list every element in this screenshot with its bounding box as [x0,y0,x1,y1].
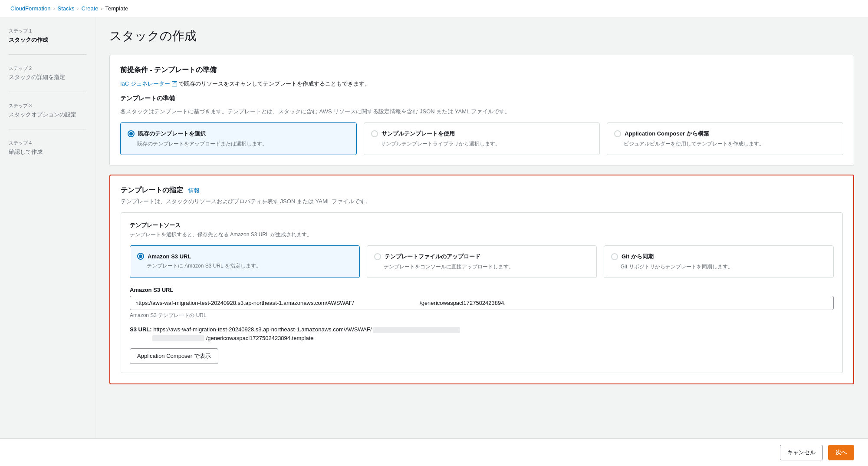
sidebar: ステップ 1 スタックの作成 ステップ 2 スタックの詳細を指定 ステップ 3 … [0,17,95,438]
external-link-icon [172,81,177,86]
option-sample-header: サンプルテンプレートを使用 [371,130,593,138]
option-git[interactable]: Git から同期 Git リポジトリからテンプレートを同期します。 [604,245,834,278]
source-type-options: Amazon S3 URL テンプレートに Amazon S3 URL を指定し… [130,245,834,278]
template-source-container: テンプレートソース テンプレートを選択すると、保存先となる Amazon S3 … [121,212,843,373]
footer: キャンセル 次へ [0,438,868,466]
cancel-button[interactable]: キャンセル [780,445,823,460]
radio-sample-circle [371,130,378,137]
s3-url-display: S3 URL: https://aws-waf-migration-test-2… [130,326,834,341]
template-source-desc: テンプレートを選択すると、保存先となる Amazon S3 URL が生成されま… [130,231,834,238]
option-composer-template[interactable]: Application Composer から構築 ビジュアルビルダーを使用して… [607,122,843,155]
breadcrumb: CloudFormation › Stacks › Create › Templ… [0,0,868,17]
template-prep-desc: 各スタックはテンプレートに基づきます。テンプレートとは、スタックに含む AWS … [120,108,843,116]
sidebar-step-4[interactable]: ステップ 4 確認して作成 [9,140,86,166]
template-source-label: テンプレートソース [130,221,834,229]
option-s3-label: Amazon S3 URL [148,253,191,260]
option-s3-header: Amazon S3 URL [137,253,352,260]
page-title: スタックの作成 [109,28,854,44]
sidebar-step-3[interactable]: ステップ 3 スタックオプションの設定 [9,102,86,129]
iac-suffix: で既存のリソースをスキャンしてテンプレートを作成することもできます。 [178,80,370,87]
main-container: ステップ 1 スタックの作成 ステップ 2 スタックの詳細を指定 ステップ 3 … [0,17,868,438]
option-sample-template[interactable]: サンプルテンプレートを使用 サンプルテンプレートライブラリから選択します。 [364,122,600,155]
breadcrumb-stacks[interactable]: Stacks [58,5,75,12]
composer-button-container: Application Composer で表示 [130,348,834,364]
option-composer-desc: ビジュアルビルダーを使用してテンプレートを作成します。 [614,140,836,148]
s3-url-part1: https://aws-waf-migration-test-20240928.… [153,326,372,333]
sidebar-step-2-label: ステップ 2 [9,65,86,72]
template-spec-desc: テンプレートは、スタックのリソースおよびプロパティを表す JSON または YA… [121,198,843,205]
sidebar-step-2[interactable]: ステップ 2 スタックの詳細を指定 [9,65,86,92]
option-s3-desc: テンプレートに Amazon S3 URL を指定します。 [137,262,352,270]
s3-url-part2: /genericowaspacl1727502423894.template [206,335,314,341]
option-existing-header: 既存のテンプレートを選択 [128,130,349,138]
s3-url-blurred [373,327,460,333]
sidebar-step-3-title: スタックオプションの設定 [9,111,86,119]
option-upload-label: テンプレートファイルのアップロード [385,253,480,261]
option-git-header: Git から同期 [611,253,826,261]
option-existing-label: 既存のテンプレートを選択 [138,130,206,138]
radio-composer-circle [614,130,621,137]
option-upload-header: テンプレートファイルのアップロード [374,253,589,261]
option-sample-label: サンプルテンプレートを使用 [381,130,455,138]
option-upload-desc: テンプレートをコンソールに直接アップロードします。 [374,263,589,271]
breadcrumb-sep-3: › [101,6,103,12]
sidebar-step-4-label: ステップ 4 [9,140,86,146]
breadcrumb-template: Template [105,5,128,12]
option-upload[interactable]: テンプレートファイルのアップロード テンプレートをコンソールに直接アップロードし… [367,245,597,278]
template-spec-title: テンプレートの指定 [121,186,183,195]
s3-url-line: S3 URL: https://aws-waf-migration-test-2… [130,326,834,333]
template-prep-title: テンプレートの準備 [120,95,843,102]
option-git-desc: Git リポジトリからテンプレートを同期します。 [611,263,826,271]
iac-generator-link[interactable]: IaC ジェネレーター [120,80,177,88]
sidebar-step-4-title: 確認して作成 [9,148,86,156]
sidebar-step-2-title: スタックの詳細を指定 [9,73,86,81]
content-area: スタックの作成 前提条件 - テンプレートの準備 IaC ジェネレーター で既存… [95,17,868,438]
composer-view-button[interactable]: Application Composer で表示 [130,348,218,364]
radio-s3-circle [137,253,144,260]
breadcrumb-sep-2: › [77,6,79,12]
s3-url-label: Amazon S3 URL [130,287,834,293]
template-spec-title-row: テンプレートの指定 情報 [121,186,843,195]
prerequisite-title: 前提条件 - テンプレートの準備 [120,66,843,75]
option-existing-desc: 既存のテンプレートをアップロードまたは選択します。 [128,140,349,148]
s3-url-hint: Amazon S3 テンプレートの URL [130,312,834,319]
next-button[interactable]: 次へ [828,445,854,460]
iac-generator-line: IaC ジェネレーター で既存のリソースをスキャンしてテンプレートを作成すること… [120,80,843,88]
s3-url-form-group: Amazon S3 URL Amazon S3 テンプレートの URL [130,287,834,319]
sidebar-step-1-label: ステップ 1 [9,28,86,34]
sidebar-step-1-title: スタックの作成 [9,36,86,44]
s3-url-input[interactable] [130,296,834,310]
option-git-label: Git から同期 [621,253,654,261]
sidebar-step-1[interactable]: ステップ 1 スタックの作成 [9,28,86,55]
sidebar-step-3-label: ステップ 3 [9,102,86,109]
template-type-options: 既存のテンプレートを選択 既存のテンプレートをアップロードまたは選択します。 サ… [120,122,843,155]
option-composer-header: Application Composer から構築 [614,130,836,138]
option-sample-desc: サンプルテンプレートライブラリから選択します。 [371,140,593,148]
breadcrumb-cloudformation[interactable]: CloudFormation [10,5,51,12]
template-spec-section: テンプレートの指定 情報 テンプレートは、スタックのリソースおよびプロパティを表… [109,175,854,384]
option-composer-label: Application Composer から構築 [625,130,709,138]
s3-url-line2: /genericowaspacl1727502423894.template [130,335,834,342]
breadcrumb-create[interactable]: Create [82,5,99,12]
breadcrumb-sep-1: › [53,6,55,12]
radio-upload-circle [374,253,381,260]
prerequisite-section: 前提条件 - テンプレートの準備 IaC ジェネレーター で既存のリソースをスキ… [109,55,854,166]
option-s3-url[interactable]: Amazon S3 URL テンプレートに Amazon S3 URL を指定し… [130,245,360,278]
option-existing-template[interactable]: 既存のテンプレートを選択 既存のテンプレートをアップロードまたは選択します。 [120,122,357,155]
s3-url-display-label: S3 URL: [130,326,152,333]
info-link[interactable]: 情報 [188,187,200,195]
s3-url-blurred2 [152,335,204,341]
radio-git-circle [611,253,618,260]
radio-existing-circle [128,130,135,137]
